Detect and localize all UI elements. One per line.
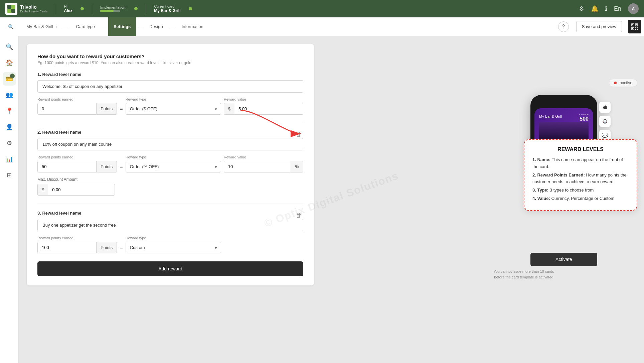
reward-1-type-select[interactable]: Order ($ OFF) Order (% OFF) Custom bbox=[126, 103, 221, 115]
tooltip-title: REWARD LEVELS bbox=[532, 146, 629, 152]
reward-3-name-input[interactable] bbox=[37, 219, 303, 231]
sidebar-item-people[interactable]: 👥 bbox=[3, 88, 16, 102]
help-button[interactable]: ? bbox=[558, 21, 569, 32]
tooltip-item-3: 3. Type: 3 types to choose from bbox=[532, 187, 629, 194]
max-discount-input-group: $ bbox=[37, 184, 303, 196]
svg-rect-12 bbox=[635, 29, 636, 30]
reward-2-points-input[interactable] bbox=[37, 161, 97, 172]
reward-3-points-unit: Points bbox=[97, 242, 117, 253]
svg-rect-13 bbox=[637, 29, 638, 30]
form-panel: How do you want to reward your customers… bbox=[27, 44, 314, 285]
activate-note: You cannot issue more than 10 cards befo… bbox=[490, 269, 557, 280]
reward-1-points-input[interactable] bbox=[37, 103, 97, 115]
card-label: Current card: bbox=[154, 4, 180, 8]
nav-divider-3 bbox=[146, 4, 146, 14]
reward-1-type-label: Reward type bbox=[126, 97, 221, 101]
sidebar-item-profile[interactable]: 👤 bbox=[3, 120, 16, 134]
reward-3-points-input-group: Points bbox=[37, 242, 117, 253]
impl-label: Implementation: bbox=[100, 5, 126, 9]
reward-1-value-input[interactable] bbox=[234, 103, 303, 115]
breadcrumb-my-bar[interactable]: My Bar & Grill › bbox=[21, 17, 63, 36]
android-icon-button[interactable]: 🤖 bbox=[599, 116, 611, 127]
top-nav: Trivolio Digital Loyalty Cards Hi, Alex … bbox=[0, 0, 644, 17]
reward-2-type-label: Reward type bbox=[126, 155, 221, 159]
svg-rect-0 bbox=[7, 5, 11, 9]
card-badge: ! bbox=[10, 74, 15, 78]
bc-arrow-3: — bbox=[136, 24, 144, 30]
info-circle-icon[interactable]: ℹ bbox=[605, 5, 607, 12]
bell-icon[interactable]: 🔔 bbox=[591, 5, 598, 12]
phone-side-icons: 🤖 💬 bbox=[599, 102, 611, 141]
phone-notch bbox=[550, 99, 577, 106]
sidebar-item-search[interactable]: 🔍 bbox=[3, 40, 16, 53]
reward-3-delete-button[interactable]: 🗑 bbox=[295, 211, 303, 220]
reward-2-type-select[interactable]: Order ($ OFF) Order (% OFF) Custom bbox=[126, 161, 221, 172]
breadcrumb-information-label: Information bbox=[182, 24, 203, 29]
svg-rect-2 bbox=[7, 9, 11, 13]
breadcrumb-settings-label: Settings bbox=[114, 24, 131, 29]
breadcrumb-information[interactable]: Information bbox=[176, 17, 209, 36]
sidebar-item-analytics[interactable]: 📊 bbox=[3, 152, 16, 166]
breadcrumb-settings[interactable]: Settings bbox=[108, 17, 136, 36]
breadcrumb-card-type[interactable]: Card type bbox=[71, 17, 100, 36]
sidebar-item-settings[interactable]: ⚙ bbox=[3, 136, 16, 150]
search-icon: 🔍 bbox=[8, 24, 14, 29]
reward-2-name-input[interactable] bbox=[37, 138, 303, 150]
breadcrumb-search[interactable]: 🔍 bbox=[3, 17, 21, 36]
tooltip-item-4-bold: 4. Value: bbox=[532, 196, 550, 201]
nav-user: Hi, Alex bbox=[64, 4, 72, 13]
settings-icon[interactable]: ⚙ bbox=[579, 5, 584, 12]
chevron-icon-0: › bbox=[56, 24, 57, 29]
inactive-label: Inactive bbox=[619, 81, 632, 85]
tooltip-item-3-text: 3 types to choose from bbox=[550, 188, 594, 193]
tooltip-item-1-bold: 1. Name: bbox=[532, 157, 550, 162]
form-header: How do you want to reward your customers… bbox=[37, 53, 303, 65]
reward-2-delete-button[interactable]: 🗑 bbox=[295, 130, 303, 139]
nav-right-icons: ⚙ 🔔 ℹ En A bbox=[579, 3, 639, 14]
reward-1-value-input-group: $ bbox=[224, 103, 303, 115]
apple-icon-button[interactable] bbox=[599, 102, 611, 113]
reward-1-points-label: Reward points earned bbox=[37, 97, 117, 101]
qr-button[interactable] bbox=[628, 20, 641, 33]
reward-2-percent-suffix: % bbox=[291, 161, 303, 172]
logo-area: Trivolio Digital Loyalty Cards bbox=[5, 3, 48, 15]
activate-button[interactable]: Activate bbox=[530, 253, 597, 266]
bc-arrow-1: — bbox=[63, 24, 71, 30]
nav-status-dot-2 bbox=[134, 7, 138, 10]
add-reward-button[interactable]: Add reward bbox=[37, 261, 303, 276]
reward-1-value-label: Reward value bbox=[224, 97, 303, 101]
sidebar-item-home[interactable]: 🏠 bbox=[3, 56, 16, 70]
reward-1-name-input[interactable] bbox=[37, 80, 303, 93]
nav-divider-2 bbox=[92, 4, 92, 14]
language-label[interactable]: En bbox=[614, 5, 621, 12]
breadcrumb-design[interactable]: Design bbox=[144, 17, 168, 36]
phone-card-image bbox=[539, 122, 589, 142]
save-preview-button[interactable]: Save and preview bbox=[576, 21, 622, 32]
android-icon: 🤖 bbox=[602, 119, 608, 124]
reward-3-points-input[interactable] bbox=[37, 242, 97, 253]
qr-icon bbox=[631, 23, 638, 30]
svg-rect-1 bbox=[11, 5, 15, 9]
nav-username: Alex bbox=[64, 8, 72, 13]
reward-3-type-select-wrapper: Order ($ OFF) Order (% OFF) Custom bbox=[126, 242, 221, 253]
nav-implementation: Implementation: bbox=[100, 5, 126, 12]
sidebar-item-grid[interactable]: ⊞ bbox=[3, 168, 16, 182]
form-title: How do you want to reward your customers… bbox=[37, 53, 303, 59]
bc-arrow-4: — bbox=[168, 24, 176, 30]
sidebar-item-card[interactable]: 💳 ! bbox=[3, 72, 16, 86]
max-discount-input[interactable] bbox=[48, 184, 115, 196]
equals-3: = bbox=[120, 239, 123, 251]
svg-rect-10 bbox=[635, 27, 636, 28]
apple-icon bbox=[602, 105, 608, 110]
logo-box bbox=[5, 3, 17, 15]
phone-card-name: My Bar & Grill bbox=[539, 114, 562, 118]
sidebar-item-location[interactable]: 📍 bbox=[3, 104, 16, 118]
reward-3-type-select[interactable]: Order ($ OFF) Order (% OFF) Custom bbox=[126, 242, 221, 253]
reward-1-label: 1. Reward level name bbox=[37, 72, 303, 77]
bc-arrow-2: — bbox=[100, 24, 108, 30]
avatar[interactable]: A bbox=[628, 3, 639, 14]
reward-2-value-input[interactable] bbox=[224, 161, 291, 172]
reward-2-type-select-wrapper: Order ($ OFF) Order (% OFF) Custom bbox=[126, 161, 221, 172]
tooltip-item-4: 4. Value: Currency, Percentage or Custom bbox=[532, 195, 629, 202]
form-subtitle: Eg: 1000 points gets a reward $10. You c… bbox=[37, 60, 303, 65]
